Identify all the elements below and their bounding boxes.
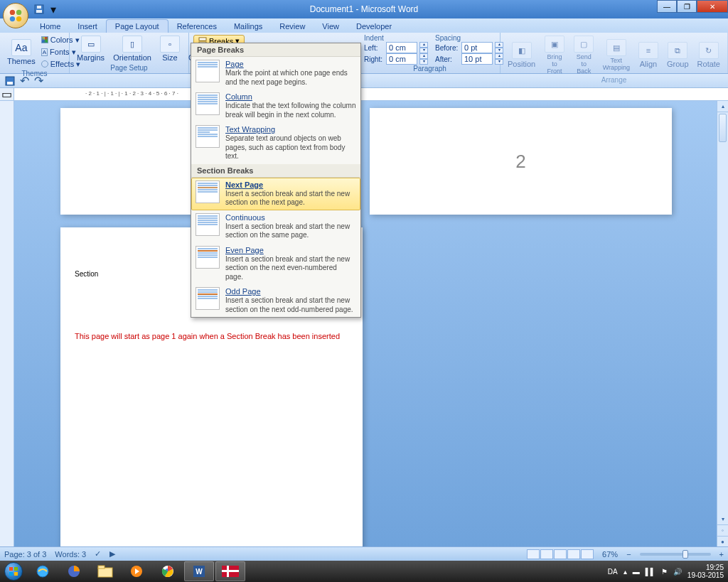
- quick-access-toolbar: ▾: [33, 0, 60, 18]
- dd-oddpage-title: Odd Page: [225, 287, 261, 296]
- dd-item-oddpage[interactable]: Odd PageInsert a section break and start…: [191, 284, 360, 317]
- minimize-button[interactable]: —: [657, 0, 677, 13]
- dd-item-nextpage[interactable]: Next PageInsert a section break and star…: [191, 178, 360, 210]
- svg-rect-14: [14, 572, 18, 576]
- indent-right-input[interactable]: 0 cm: [386, 53, 417, 65]
- size-button[interactable]: ▫Size: [157, 34, 183, 63]
- taskbar-flag[interactable]: [215, 561, 245, 581]
- zoom-percent[interactable]: 67%: [602, 550, 618, 559]
- page-2[interactable]: 2: [370, 108, 672, 215]
- tray-up-icon[interactable]: ▴: [623, 568, 627, 576]
- tab-page-layout[interactable]: Page Layout: [106, 19, 168, 33]
- indent-header: Indent: [364, 34, 428, 42]
- view-full-screen[interactable]: [540, 549, 553, 559]
- page-1[interactable]: [60, 108, 196, 215]
- qat-dropdown-icon[interactable]: ▾: [47, 3, 60, 16]
- maximize-button[interactable]: ❐: [677, 0, 697, 13]
- vertical-scrollbar[interactable]: ▴ ▾ ◦ ● ◦: [717, 101, 728, 559]
- taskbar-explorer[interactable]: [90, 561, 120, 581]
- text-wrapping-label: Text Wrapping: [603, 57, 630, 71]
- tray-network-icon[interactable]: ▌▌: [646, 568, 655, 576]
- zoom-thumb[interactable]: [682, 550, 688, 559]
- group-button-label: Group: [667, 60, 689, 68]
- scroll-down-icon[interactable]: ▾: [717, 514, 728, 525]
- ruler-scale[interactable]: · 2 · 1 · | · 1 · | · 1 · 2 · 3 · 4 · 5 …: [14, 88, 728, 100]
- indent-right-spinner[interactable]: ▴▾: [419, 53, 428, 65]
- tray-volume-icon[interactable]: 🔊: [673, 568, 682, 576]
- send-back-button[interactable]: ▢Send to Back: [571, 34, 597, 76]
- group-paragraph-label: Paragraph: [364, 65, 496, 72]
- tab-view[interactable]: View: [314, 20, 348, 33]
- taskbar-media-player[interactable]: [122, 561, 151, 581]
- scroll-thumb[interactable]: [719, 114, 727, 142]
- bring-front-button[interactable]: ▣Bring to Front: [541, 34, 568, 76]
- close-button[interactable]: ✕: [697, 0, 728, 13]
- orientation-button[interactable]: ▯Orientation: [110, 34, 154, 63]
- tab-developer[interactable]: Developer: [348, 20, 400, 33]
- themes-label: Themes: [7, 57, 36, 65]
- spacing-before-input[interactable]: 0 pt: [461, 42, 493, 53]
- zoom-out-icon[interactable]: −: [626, 550, 631, 559]
- tray-language[interactable]: DA: [608, 568, 618, 576]
- taskbar-firefox[interactable]: [59, 561, 89, 581]
- status-words[interactable]: Words: 3: [55, 550, 86, 559]
- office-button[interactable]: [3, 3, 28, 28]
- position-button[interactable]: ◧Position: [505, 41, 538, 70]
- taskbar-chrome[interactable]: [153, 561, 183, 581]
- tab-insert[interactable]: Insert: [69, 20, 106, 33]
- view-print-layout[interactable]: [527, 549, 540, 559]
- ruler-corner[interactable]: ▭: [0, 88, 14, 100]
- scroll-up-icon[interactable]: ▴: [717, 101, 728, 112]
- align-button[interactable]: ≡Align: [636, 41, 661, 70]
- spacing-after-input[interactable]: 10 pt: [461, 53, 493, 65]
- prev-page-icon[interactable]: ◦: [717, 525, 728, 537]
- dd-item-column[interactable]: ColumnIndicate that the text following t…: [191, 90, 360, 122]
- group-button[interactable]: ⧉Group: [664, 41, 692, 70]
- rotate-button[interactable]: ↻Rotate: [695, 41, 723, 70]
- tab-home[interactable]: Home: [31, 20, 69, 33]
- rotate-icon: ↻: [699, 42, 719, 59]
- macro-icon[interactable]: ▶: [109, 549, 115, 559]
- spacing-before-label: Before:: [435, 44, 459, 52]
- save-icon[interactable]: [33, 3, 46, 16]
- tray-flag-icon[interactable]: ⚑: [661, 568, 668, 576]
- svg-rect-5: [36, 10, 42, 13]
- dd-item-page[interactable]: PageMark the point at which one page end…: [191, 57, 360, 90]
- align-icon: ≡: [638, 42, 658, 59]
- dd-item-evenpage[interactable]: Even PageInsert a section break and star…: [191, 243, 360, 285]
- tab-mailings[interactable]: Mailings: [225, 20, 271, 33]
- text-wrapping-button[interactable]: ▤Text Wrapping: [600, 38, 633, 72]
- group-arrange-label: Arrange: [505, 76, 723, 84]
- dd-column-title: Column: [225, 92, 252, 101]
- size-label: Size: [162, 53, 177, 62]
- svg-text:W: W: [196, 568, 203, 576]
- start-button[interactable]: [0, 561, 27, 582]
- dd-nextpage-title: Next Page: [225, 180, 263, 189]
- zoom-slider[interactable]: [640, 553, 711, 556]
- view-outline[interactable]: [567, 549, 580, 559]
- vertical-ruler[interactable]: [0, 101, 14, 559]
- tray-clock[interactable]: 19:25 19-03-2015: [687, 564, 724, 579]
- svg-point-1: [16, 10, 21, 15]
- tab-references[interactable]: References: [168, 20, 225, 33]
- view-web-layout[interactable]: [554, 549, 567, 559]
- themes-button[interactable]: Aa Themes: [4, 38, 38, 67]
- dd-item-continuous[interactable]: ContinuousInsert a section break and sta…: [191, 210, 360, 243]
- margins-button[interactable]: ▭Margins: [74, 34, 107, 63]
- indent-left-input[interactable]: 0 cm: [386, 42, 417, 53]
- textwrap-break-icon: [196, 125, 220, 148]
- tab-review[interactable]: Review: [271, 20, 314, 33]
- dd-item-textwrap[interactable]: Text WrappingSeparate text around object…: [191, 122, 360, 164]
- align-label: Align: [640, 60, 657, 68]
- oddpage-break-icon: [196, 287, 220, 310]
- margins-icon: ▭: [81, 36, 101, 53]
- indent-left-spinner[interactable]: ▴▾: [419, 42, 428, 53]
- taskbar-ie[interactable]: [28, 561, 58, 581]
- spell-check-icon[interactable]: ✓: [95, 549, 101, 559]
- view-draft[interactable]: [581, 549, 594, 559]
- zoom-in-icon[interactable]: +: [719, 550, 724, 559]
- tray-battery-icon[interactable]: ▬: [633, 568, 640, 576]
- taskbar-word[interactable]: W: [184, 561, 214, 581]
- taskbar: W DA ▴ ▬ ▌▌ ⚑ 🔊 19:25 19-03-2015: [0, 561, 728, 582]
- status-page[interactable]: Page: 3 of 3: [4, 550, 46, 559]
